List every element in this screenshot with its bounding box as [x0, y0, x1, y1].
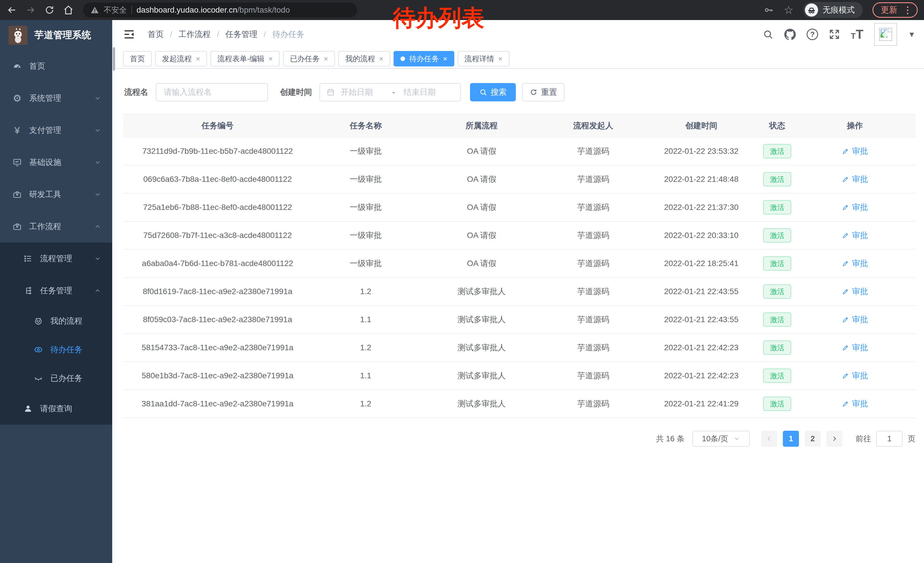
breadcrumb-separator: / [170, 30, 172, 39]
create-time-label: 创建时间 [280, 87, 312, 98]
browser-reload-button[interactable] [42, 3, 57, 17]
table-row: 8f059c03-7ac8-11ec-a9e2-a2380e71991a 1.1… [123, 306, 915, 334]
approve-link[interactable]: 审批 [842, 146, 868, 157]
status-badge: 激活 [763, 228, 791, 243]
chevron-down-icon [94, 95, 101, 102]
fullscreen-icon[interactable] [829, 29, 840, 40]
date-range-picker[interactable]: 开始日期 - 结束日期 [320, 83, 461, 101]
sidebar-item-done-tasks[interactable]: 已办任务 [0, 364, 112, 393]
page-size-select[interactable]: 10条/页 [692, 431, 750, 447]
sidebar-item-leave-query[interactable]: 请假查询 [0, 393, 112, 425]
close-icon[interactable]: × [443, 55, 447, 62]
col-task-id: 任务编号 [123, 120, 312, 131]
url-host: dashboard.yudao.iocoder.cn [136, 6, 237, 15]
goto-page-input[interactable] [876, 431, 903, 447]
page-button-1[interactable]: 1 [783, 431, 799, 447]
font-size-icon[interactable]: TT [851, 29, 863, 39]
bookmark-star-icon[interactable]: ☆ [784, 5, 794, 15]
sidebar-scrollbar[interactable] [112, 20, 116, 563]
prev-page-button[interactable] [761, 431, 777, 447]
start-date-placeholder[interactable]: 开始日期 [340, 87, 384, 98]
security-label: 不安全 [104, 5, 127, 15]
search-button[interactable]: 搜索 [470, 83, 516, 101]
address-bar[interactable]: 不安全 dashboard.yudao.iocoder.cn/bpm/task/… [83, 3, 357, 18]
browser-forward-button[interactable] [24, 3, 38, 17]
table-row: 725a1eb6-7b88-11ec-8ef0-acde48001122 一级审… [123, 194, 915, 222]
approve-link[interactable]: 审批 [842, 174, 868, 185]
tab-process-detail[interactable]: 流程详情 × [458, 51, 510, 66]
col-starter: 流程发起人 [544, 120, 643, 131]
approve-link[interactable]: 审批 [842, 202, 868, 213]
avatar-caret-icon[interactable]: ▼ [908, 31, 915, 38]
process-name-label: 流程名 [124, 87, 148, 98]
end-date-placeholder[interactable]: 结束日期 [404, 87, 447, 98]
next-page-button[interactable] [826, 431, 842, 447]
tab-start-process[interactable]: 发起流程 × [155, 51, 207, 66]
list-icon [23, 254, 33, 263]
browser-menu-icon[interactable]: ⋮ [903, 6, 912, 15]
browser-back-button[interactable] [4, 3, 19, 17]
breadcrumb-home[interactable]: 首页 [148, 29, 164, 40]
approve-link[interactable]: 审批 [842, 258, 868, 269]
tab-home[interactable]: 首页 [123, 51, 152, 66]
sidebar-item-label: 支付管理 [29, 125, 61, 136]
table-row: 73211d9d-7b9b-11ec-b5b7-acde48001122 一级审… [123, 137, 915, 165]
help-icon[interactable]: ? [807, 29, 818, 40]
close-icon[interactable]: × [324, 55, 328, 62]
close-icon[interactable]: × [196, 55, 200, 62]
approve-link[interactable]: 审批 [842, 370, 868, 381]
col-status: 状态 [760, 120, 794, 131]
tab-todo-tasks[interactable]: 待办任务 × [394, 51, 454, 66]
chevron-up-icon [94, 223, 101, 230]
close-icon[interactable]: × [498, 55, 502, 62]
sidebar-item-home[interactable]: 首页 [0, 50, 112, 82]
reset-button[interactable]: 重置 [522, 83, 564, 101]
browser-home-button[interactable] [61, 3, 76, 17]
page-button-2[interactable]: 2 [805, 431, 820, 447]
sidebar-item-label: 任务管理 [40, 285, 72, 296]
tab-process-form-edit[interactable]: 流程表单-编辑 × [210, 51, 280, 66]
status-badge: 激活 [763, 312, 791, 327]
password-key-icon[interactable] [764, 5, 774, 15]
status-badge: 激活 [763, 256, 791, 270]
tab-my-process[interactable]: 我的流程 × [338, 51, 390, 66]
sidebar-item-workflow[interactable]: 工作流程 [0, 210, 112, 243]
process-name-input[interactable] [156, 83, 268, 101]
table-row: 069c6a63-7b8a-11ec-8ef0-acde48001122 一级审… [123, 165, 915, 194]
sidebar-collapse-icon[interactable] [123, 29, 135, 41]
sidebar-item-system[interactable]: ⚙ 系统管理 [0, 82, 112, 114]
url-path: /bpm/task/todo [237, 6, 290, 15]
tab-done-tasks[interactable]: 已办任务 × [283, 51, 335, 66]
approve-link[interactable]: 审批 [842, 398, 868, 409]
approve-link[interactable]: 审批 [842, 286, 868, 297]
sidebar-item-process-management[interactable]: 流程管理 [0, 243, 112, 275]
sidebar-item-infrastructure[interactable]: 基础设施 [0, 146, 112, 179]
update-label: 更新 [881, 4, 897, 16]
close-icon[interactable]: × [379, 55, 383, 62]
github-icon[interactable] [784, 29, 796, 40]
sidebar-item-label: 系统管理 [29, 93, 61, 104]
sidebar-item-payment[interactable]: ¥ 支付管理 [0, 114, 112, 146]
scrollbar-thumb[interactable] [113, 47, 115, 71]
table-row: 75d72608-7b7f-11ec-a3c8-acde48001122 一级审… [123, 222, 915, 250]
dashboard-gauge-icon [12, 62, 22, 71]
sidebar-item-task-management[interactable]: 任务管理 [0, 275, 112, 307]
approve-link[interactable]: 审批 [842, 230, 868, 241]
search-icon[interactable] [762, 29, 773, 40]
filter-form: 流程名 创建时间 开始日期 - 结束日期 搜索 重置 [116, 83, 924, 101]
breadcrumb-task-management[interactable]: 任务管理 [225, 29, 258, 40]
app-logo-row[interactable]: 芋道管理系统 [0, 20, 112, 50]
sidebar-item-my-process[interactable]: 我的流程 [0, 307, 112, 335]
sidebar-item-todo-tasks[interactable]: 待办任务 [0, 335, 112, 364]
browser-update-button[interactable]: 更新 ⋮ [873, 2, 918, 18]
approve-link[interactable]: 审批 [842, 342, 868, 353]
col-task-name: 任务名称 [312, 120, 419, 131]
close-icon[interactable]: × [268, 55, 273, 62]
warning-icon [90, 6, 99, 14]
approve-link[interactable]: 审批 [842, 314, 868, 325]
chevron-down-icon [94, 159, 101, 166]
status-badge: 激活 [763, 200, 791, 215]
sidebar-item-dev-tools[interactable]: 研发工具 [0, 179, 112, 210]
breadcrumb-workflow[interactable]: 工作流程 [178, 29, 211, 40]
avatar[interactable] [874, 23, 897, 46]
